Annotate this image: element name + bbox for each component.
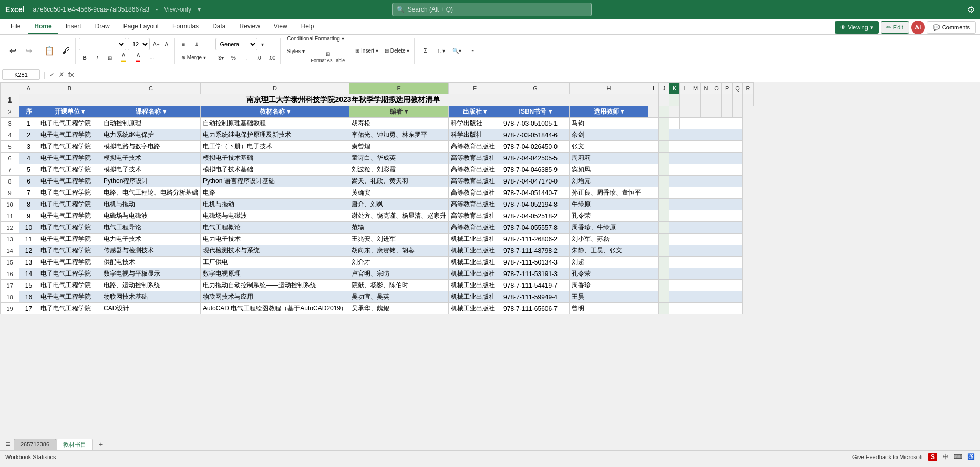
paint-format-button[interactable]: 🖌 [58,39,73,63]
clipboard-button[interactable]: 📋 [42,39,57,63]
sheet-tab-textbook[interactable]: 教材书目 [56,439,93,450]
cell-b9[interactable]: 7 [19,187,38,199]
col-header-m[interactable]: M [690,83,701,94]
cell-b2[interactable]: 序 [19,106,38,118]
cell-empty-9[interactable] [669,187,743,199]
cell-f12[interactable]: 范输 [349,222,449,234]
cell-b12[interactable]: 10 [19,222,38,234]
cell-k8[interactable] [659,176,669,187]
number-format-chevron[interactable]: ▾ [259,38,267,50]
cell-c7[interactable]: 电子电气工程学院 [38,164,101,176]
cell-e15[interactable]: 工厂供电 [201,257,349,268]
cell-e13[interactable]: 电力电子技术 [201,234,349,245]
keyboard-icon[interactable]: ⌨ [954,453,962,460]
format-as-table-button[interactable]: ⊞ Format As Table [308,46,347,68]
cell-j17[interactable] [648,280,659,291]
sheet-add-button[interactable]: + [95,439,107,450]
check-icon[interactable]: ✓ [48,71,56,78]
cell-g13[interactable]: 机械工业出版社 [449,234,501,245]
cell-j13[interactable] [648,234,659,245]
cell-k1[interactable] [669,94,680,106]
cell-h4[interactable]: 978-7-03-051844-6 [501,129,570,141]
cell-b19[interactable]: 17 [19,303,38,314]
cell-i17[interactable]: 周香珍 [570,280,648,291]
cancel-icon[interactable]: ✗ [58,71,65,78]
cell-d6[interactable]: 模拟电子技术 [101,153,201,164]
cell-l1[interactable] [680,94,690,106]
cell-empty-5[interactable] [669,141,743,153]
cell-h19[interactable]: 978-7-111-65606-7 [501,303,570,314]
cell-h8[interactable]: 978-7-04-047170-0 [501,176,570,187]
cell-g15[interactable]: 机械工业出版社 [449,257,501,268]
cell-e10[interactable]: 电机与拖动 [201,199,349,210]
col-header-l[interactable]: L [680,83,690,94]
cell-r2[interactable] [733,106,743,118]
workbook-statistics-label[interactable]: Workbook Statistics [5,454,56,460]
cell-title[interactable]: 南京理工大学泰州科技学院2023年秋季学期拟选用教材清单 [38,94,648,106]
number-format-select[interactable]: General [215,38,257,50]
cell-k10[interactable] [659,199,669,210]
col-header-f[interactable]: F [449,83,501,94]
tab-draw[interactable]: Draw [89,19,116,34]
cell-g7[interactable]: 高等教育出版社 [449,164,501,176]
decrease-decimal-button[interactable]: .0 [253,52,265,64]
find-button[interactable]: 🔍▾ [449,39,464,63]
fill-color-button[interactable]: A▬ [117,52,130,64]
col-header-b[interactable]: B [38,83,101,94]
cell-f10[interactable]: 唐介、刘飒 [349,199,449,210]
more-font-button[interactable]: ··· [146,52,158,64]
col-header-g[interactable]: G [501,83,570,94]
cell-e9[interactable]: 电路 [201,187,349,199]
cell-empty-11[interactable] [669,210,743,222]
cell-k18[interactable] [659,291,669,303]
cell-e2[interactable]: 教材名称 ▾ [201,106,349,118]
cell-c13[interactable]: 电子电气工程学院 [38,234,101,245]
cell-j3[interactable] [648,118,659,129]
col-header-i[interactable]: I [648,83,659,94]
cell-c2[interactable]: 开课单位 ▾ [38,106,101,118]
col-header-h[interactable]: H [570,83,648,94]
col-header-k[interactable]: K [669,83,680,94]
comments-button[interactable]: 💬 Comments [927,21,976,34]
cell-a1[interactable] [19,94,38,106]
viewing-button[interactable]: 👁 Viewing ▾ [835,21,879,34]
cell-j16[interactable] [648,268,659,280]
cell-j15[interactable] [648,257,659,268]
cell-g16[interactable]: 机械工业出版社 [449,268,501,280]
cell-g3[interactable]: 科学出版社 [449,118,501,129]
bold-button[interactable]: B [79,52,90,64]
cell-e14[interactable]: 现代检测技术与系统 [201,245,349,257]
cell-e16[interactable]: 数字电视原理 [201,268,349,280]
cell-d12[interactable]: 电气工程导论 [101,222,201,234]
cell-i4[interactable]: 余剑 [570,129,648,141]
feedback-label[interactable]: Give Feedback to Microsoft [852,454,923,460]
cell-d10[interactable]: 电机与拖动 [101,199,201,210]
cell-q2[interactable] [722,106,733,118]
cell-g4[interactable]: 科学出版社 [449,129,501,141]
cell-f13[interactable]: 王兆安、刘进军 [349,234,449,245]
cell-g11[interactable]: 高等教育出版社 [449,210,501,222]
borders-button[interactable]: ⊞ [104,52,116,64]
cell-h5[interactable]: 978-7-04-026450-0 [501,141,570,153]
col-header-p[interactable]: P [722,83,733,94]
cell-c17[interactable]: 电子电气工程学院 [38,280,101,291]
cell-j4[interactable] [648,129,659,141]
cell-k2[interactable] [659,106,669,118]
cell-f5[interactable]: 秦曾煌 [349,141,449,153]
cell-f18[interactable]: 吴功宜、吴英 [349,291,449,303]
cell-j5[interactable] [648,141,659,153]
cell-b10[interactable]: 8 [19,199,38,210]
cell-l2[interactable] [669,106,680,118]
cell-j9[interactable] [648,187,659,199]
align-button[interactable]: ≡ [178,38,190,50]
col-header-o[interactable]: O [711,83,722,94]
cell-i18[interactable]: 王昊 [570,291,648,303]
tab-help[interactable]: Help [295,19,321,34]
cell-d7[interactable]: 模拟电子技术 [101,164,201,176]
percent-button[interactable]: % [228,52,240,64]
col-header-d[interactable]: D [201,83,349,94]
cell-i7[interactable]: 窦如凤 [570,164,648,176]
cell-e6[interactable]: 模拟电子技术基础 [201,153,349,164]
cell-k11[interactable] [659,210,669,222]
cell-f6[interactable]: 童诗白、华成英 [349,153,449,164]
